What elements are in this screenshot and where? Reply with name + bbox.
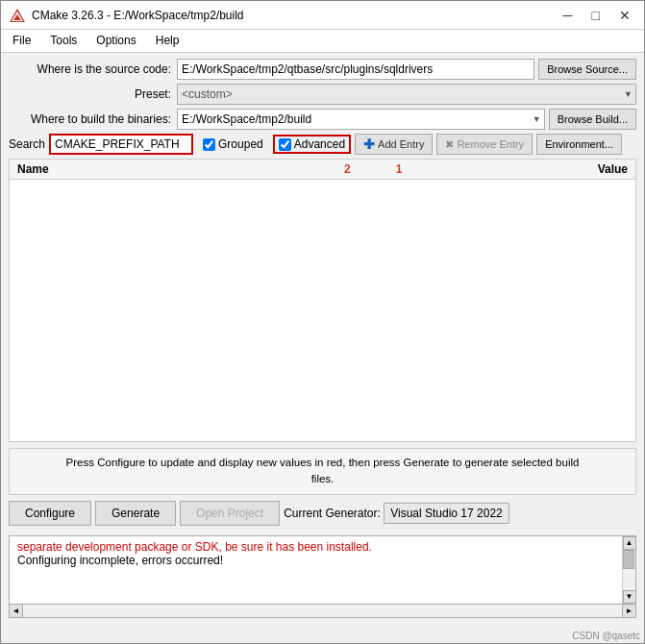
grouped-checkbox-wrapper: Grouped bbox=[197, 135, 269, 154]
app-window: CMake 3.26.3 - E:/WorkSpace/tmp2/build ─… bbox=[0, 0, 645, 644]
menu-bar: File Tools Options Help bbox=[1, 30, 644, 53]
log-line-3: Configuring incomplete, errors occurred! bbox=[17, 554, 618, 567]
h-scroll-left-button[interactable]: ◄ bbox=[10, 604, 23, 617]
h-scroll-right-button[interactable]: ► bbox=[622, 604, 635, 617]
remove-entry-button[interactable]: ✖ Remove Entry bbox=[436, 134, 533, 155]
menu-options[interactable]: Options bbox=[88, 32, 143, 50]
remove-entry-icon: ✖ bbox=[445, 138, 454, 151]
col-header-value: Value bbox=[598, 162, 628, 176]
col-header-number2: 1 bbox=[396, 162, 425, 176]
info-text: Press Configure to update and display ne… bbox=[66, 457, 580, 484]
grouped-label[interactable]: Grouped bbox=[218, 137, 263, 151]
bottom-buttons: Configure Generate Open Project Current … bbox=[9, 501, 636, 526]
advanced-checkbox-wrapper: Advanced bbox=[273, 135, 351, 154]
menu-file[interactable]: File bbox=[5, 32, 38, 50]
menu-tools[interactable]: Tools bbox=[42, 32, 85, 50]
table-header: Name 2 1 Value bbox=[10, 160, 635, 180]
environment-button[interactable]: Environment... bbox=[536, 134, 622, 155]
grouped-checkbox[interactable] bbox=[203, 138, 215, 151]
open-project-button[interactable]: Open Project bbox=[180, 501, 280, 526]
preset-row: Preset: bbox=[9, 84, 636, 105]
add-icon: ✚ bbox=[363, 136, 375, 152]
build-binaries-row: Where to build the binaries: ▼ Browse Bu… bbox=[9, 109, 636, 130]
source-code-input[interactable] bbox=[177, 59, 534, 80]
preset-input[interactable] bbox=[177, 84, 636, 105]
add-entry-label: Add Entry bbox=[378, 138, 424, 150]
remove-entry-label: Remove Entry bbox=[457, 138, 524, 150]
table-area: Name 2 1 Value bbox=[9, 159, 636, 442]
search-input[interactable] bbox=[49, 134, 193, 155]
close-button[interactable]: ✕ bbox=[613, 8, 636, 23]
source-code-row: Where is the source code: Browse Source.… bbox=[9, 59, 636, 80]
info-area: Press Configure to update and display ne… bbox=[9, 448, 636, 495]
scroll-down-button[interactable]: ▼ bbox=[623, 590, 636, 604]
col-header-number1: 2 bbox=[344, 162, 373, 176]
advanced-checkbox[interactable] bbox=[279, 138, 291, 151]
log-scrollbar: ▲ ▼ bbox=[622, 536, 635, 604]
search-label: Search bbox=[9, 137, 45, 151]
preset-label: Preset: bbox=[9, 87, 177, 101]
scroll-track bbox=[623, 550, 635, 590]
log-line-1: separate development package or SDK, be … bbox=[17, 540, 618, 554]
menu-help[interactable]: Help bbox=[148, 32, 187, 50]
generate-button[interactable]: Generate bbox=[95, 501, 176, 526]
window-title: CMake 3.26.3 - E:/WorkSpace/tmp2/build bbox=[32, 9, 558, 22]
title-controls: ─ □ ✕ bbox=[558, 8, 636, 23]
log-content: separate development package or SDK, be … bbox=[10, 536, 635, 571]
source-code-label: Where is the source code: bbox=[9, 62, 177, 76]
log-area: separate development package or SDK, be … bbox=[9, 535, 636, 605]
minimize-button[interactable]: ─ bbox=[558, 8, 579, 23]
app-logo bbox=[9, 7, 26, 24]
generator-prefix: Current Generator: Visual Studio 17 2022 bbox=[284, 503, 636, 524]
build-binaries-input[interactable] bbox=[177, 109, 545, 130]
add-entry-button[interactable]: ✚ Add Entry bbox=[355, 134, 433, 155]
scroll-up-button[interactable]: ▲ bbox=[623, 536, 636, 550]
browse-source-button[interactable]: Browse Source... bbox=[538, 59, 636, 80]
search-row: Search Grouped Advanced ✚ Add Entry ✖ Re… bbox=[9, 134, 636, 155]
maximize-button[interactable]: □ bbox=[586, 8, 606, 23]
generator-value: Visual Studio 17 2022 bbox=[384, 503, 509, 524]
main-content: Where is the source code: Browse Source.… bbox=[1, 53, 644, 535]
scroll-thumb[interactable] bbox=[623, 550, 634, 569]
h-scroll-track bbox=[23, 605, 622, 617]
preset-select-wrapper bbox=[177, 84, 636, 105]
title-bar: CMake 3.26.3 - E:/WorkSpace/tmp2/build ─… bbox=[1, 1, 644, 30]
h-scroll-area: ◄ ► bbox=[9, 605, 636, 618]
col-header-name: Name bbox=[17, 162, 344, 176]
advanced-label[interactable]: Advanced bbox=[294, 137, 345, 151]
browse-build-button[interactable]: Browse Build... bbox=[549, 109, 636, 130]
table-body bbox=[10, 180, 635, 430]
configure-button[interactable]: Configure bbox=[9, 501, 91, 526]
log-wrapper: separate development package or SDK, be … bbox=[9, 535, 636, 618]
watermark: CSDN @qasetc bbox=[572, 631, 640, 641]
build-binaries-label: Where to build the binaries: bbox=[9, 112, 177, 126]
